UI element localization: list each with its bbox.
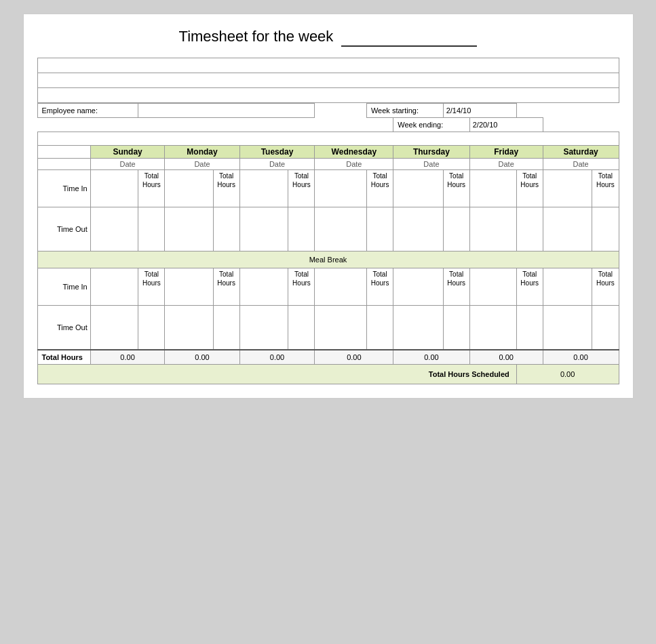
scheduled-label: Total Hours Scheduled xyxy=(37,364,516,384)
time-out-thursday-2[interactable] xyxy=(393,306,443,350)
time-out-row-2: Time Out xyxy=(37,306,619,350)
top-empty-row-1 xyxy=(37,58,619,73)
day-tuesday: Tuesday xyxy=(239,146,315,159)
week-ending-value: 2/20/10 xyxy=(469,118,543,132)
date-thursday: Date xyxy=(393,159,469,170)
total-hours-sunday-2: Total Hours xyxy=(138,268,165,306)
total-monday: 0.00 xyxy=(165,350,239,365)
top-empty-row-3 xyxy=(37,88,619,103)
employee-name-field[interactable] xyxy=(138,104,315,118)
total-hours-wednesday-2: Total Hours xyxy=(366,268,393,306)
time-out-sunday-1[interactable] xyxy=(90,207,138,251)
timesheet-table: Employee name: Week starting: 2/14/10 We… xyxy=(37,103,619,384)
time-in-thursday-1[interactable] xyxy=(393,170,443,207)
page-title: Timesheet for the week xyxy=(37,28,619,51)
total-tuesday: 0.00 xyxy=(239,350,315,365)
day-headers-row: Sunday Monday Tuesday Wednesday Thursday… xyxy=(37,146,619,159)
total-hours-wednesday-1: Total Hours xyxy=(366,170,393,207)
time-out-friday-1[interactable] xyxy=(469,207,516,251)
employee-label: Employee name: xyxy=(37,104,138,118)
total-wednesday: 0.00 xyxy=(315,350,393,365)
total-hours-friday-1: Total Hours xyxy=(516,170,543,207)
time-out-tuesday-2[interactable] xyxy=(239,306,288,350)
time-out-wednesday-2[interactable] xyxy=(315,306,366,350)
total-hours-thursday-1: Total Hours xyxy=(443,170,469,207)
total-hours-sunday-1: Total Hours xyxy=(138,170,165,207)
week-ending-label: Week ending: xyxy=(393,118,469,132)
time-in-wednesday-2[interactable] xyxy=(315,268,366,306)
total-sunday: 0.00 xyxy=(90,350,165,365)
time-in-tuesday-2[interactable] xyxy=(239,268,288,306)
time-out-tuesday-1[interactable] xyxy=(239,207,288,251)
top-empty-row-2 xyxy=(37,73,619,88)
week-starting-label: Week starting: xyxy=(366,104,443,118)
time-in-monday-2[interactable] xyxy=(165,268,213,306)
time-out-thursday-1[interactable] xyxy=(393,207,443,251)
page: Timesheet for the week Employee name: We… xyxy=(23,14,634,399)
date-monday: Date xyxy=(165,159,239,170)
time-out-friday-2[interactable] xyxy=(469,306,516,350)
time-out-saturday-1[interactable] xyxy=(543,207,592,251)
time-in-sunday-1[interactable] xyxy=(90,170,138,207)
spacer-row xyxy=(37,132,619,146)
date-wednesday: Date xyxy=(315,159,393,170)
time-in-friday-2[interactable] xyxy=(469,268,516,306)
title-underline xyxy=(341,28,477,47)
day-friday: Friday xyxy=(469,146,543,159)
total-hours-tuesday-1: Total Hours xyxy=(288,170,315,207)
total-hours-tuesday-2: Total Hours xyxy=(288,268,315,306)
total-friday: 0.00 xyxy=(469,350,543,365)
total-hours-saturday-1: Total Hours xyxy=(592,170,619,207)
date-tuesday: Date xyxy=(239,159,315,170)
meal-break-label: Meal Break xyxy=(37,251,619,268)
total-hours-thursday-2: Total Hours xyxy=(443,268,469,306)
time-in-saturday-1[interactable] xyxy=(543,170,592,207)
total-hours-monday-2: Total Hours xyxy=(213,268,239,306)
time-in-sunday-2[interactable] xyxy=(90,268,138,306)
time-out-monday-2[interactable] xyxy=(165,306,213,350)
time-in-friday-1[interactable] xyxy=(469,170,516,207)
day-monday: Monday xyxy=(165,146,239,159)
total-hours-monday-1: Total Hours xyxy=(213,170,239,207)
scheduled-value: 0.00 xyxy=(516,364,619,384)
week-ending-row: Week ending: 2/20/10 xyxy=(37,118,619,132)
time-out-sunday-2[interactable] xyxy=(90,306,138,350)
date-friday: Date xyxy=(469,159,543,170)
time-in-row-2: Time In Total Hours Total Hours Total Ho… xyxy=(37,268,619,306)
time-in-wednesday-1[interactable] xyxy=(315,170,366,207)
total-saturday: 0.00 xyxy=(543,350,619,365)
time-out-label-1: Time Out xyxy=(37,207,90,251)
total-thursday: 0.00 xyxy=(393,350,469,365)
date-saturday: Date xyxy=(543,159,619,170)
time-out-monday-1[interactable] xyxy=(165,207,213,251)
total-scheduled-row: Total Hours Scheduled 0.00 xyxy=(37,364,619,384)
day-sunday: Sunday xyxy=(90,146,165,159)
total-hours-friday-2: Total Hours xyxy=(516,268,543,306)
meal-break-row: Meal Break xyxy=(37,251,619,268)
total-hours-row-label: Total Hours xyxy=(37,350,90,365)
employee-info-row: Employee name: Week starting: 2/14/10 xyxy=(37,104,619,118)
time-out-row-1: Time Out xyxy=(37,207,619,251)
total-hours-saturday-2: Total Hours xyxy=(592,268,619,306)
time-out-saturday-2[interactable] xyxy=(543,306,592,350)
day-wednesday: Wednesday xyxy=(315,146,393,159)
time-in-thursday-2[interactable] xyxy=(393,268,443,306)
day-saturday: Saturday xyxy=(543,146,619,159)
time-in-row-1: Time In Total Hours Total Hours Total Ho… xyxy=(37,170,619,207)
time-in-label-1: Time In xyxy=(37,170,90,207)
date-row: Date Date Date Date Date Date Date xyxy=(37,159,619,170)
time-in-saturday-2[interactable] xyxy=(543,268,592,306)
day-thursday: Thursday xyxy=(393,146,469,159)
time-in-tuesday-1[interactable] xyxy=(239,170,288,207)
time-in-label-2: Time In xyxy=(37,268,90,306)
week-starting-value: 2/14/10 xyxy=(443,104,516,118)
total-hours-row: Total Hours 0.00 0.00 0.00 0.00 0.00 0.0… xyxy=(37,350,619,365)
time-in-monday-1[interactable] xyxy=(165,170,213,207)
time-out-label-2: Time Out xyxy=(37,306,90,350)
date-sunday: Date xyxy=(90,159,165,170)
time-out-wednesday-1[interactable] xyxy=(315,207,366,251)
